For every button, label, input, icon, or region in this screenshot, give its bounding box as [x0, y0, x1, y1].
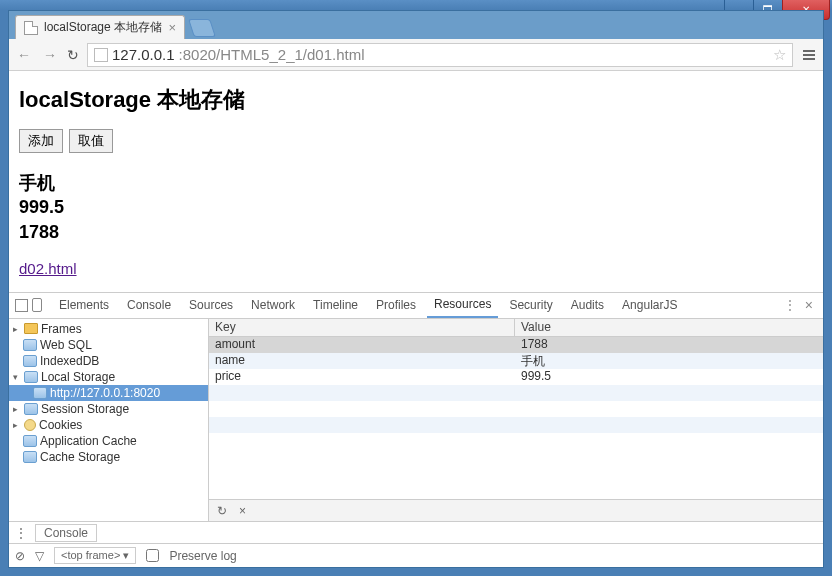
url-path: :8020/HTML5_2_1/d01.html — [179, 46, 365, 63]
preserve-log-label: Preserve log — [169, 549, 236, 563]
sidebar-item-indexeddb[interactable]: IndexedDB — [9, 353, 208, 369]
resources-sidebar: ▸Frames Web SQL IndexedDB ▾Local Storage… — [9, 319, 209, 521]
new-tab-button[interactable] — [188, 19, 216, 37]
kv-value: 手机 — [515, 353, 551, 369]
db-icon — [23, 451, 37, 463]
output-line: 手机 — [19, 171, 813, 195]
kv-table-header: Key Value — [209, 319, 823, 337]
sidebar-label: http://127.0.0.1:8020 — [50, 386, 160, 400]
kv-row[interactable] — [209, 433, 823, 449]
db-icon — [23, 339, 37, 351]
kv-row[interactable] — [209, 417, 823, 433]
tab-audits[interactable]: Audits — [564, 292, 611, 318]
tab-angularjs[interactable]: AngularJS — [615, 292, 684, 318]
kv-value: 1788 — [515, 337, 554, 353]
page-link[interactable]: d02.html — [19, 260, 77, 277]
kv-row[interactable]: amount1788 — [209, 337, 823, 353]
page-heading: localStorage 本地存储 — [19, 85, 813, 115]
delete-icon[interactable]: × — [239, 504, 246, 518]
resources-main: Key Value amount1788 name手机 price999.5 ↻… — [209, 319, 823, 521]
window-titlebar — [0, 0, 832, 10]
kv-row[interactable] — [209, 385, 823, 401]
devtools-tabs: Elements Console Sources Network Timelin… — [9, 293, 823, 319]
tab-elements[interactable]: Elements — [52, 292, 116, 318]
back-button[interactable]: ← — [15, 47, 33, 63]
tab-title: localStorage 本地存储 — [44, 19, 162, 36]
sidebar-item-appcache[interactable]: Application Cache — [9, 433, 208, 449]
tab-close-icon[interactable]: × — [168, 20, 176, 35]
kv-table-body: amount1788 name手机 price999.5 — [209, 337, 823, 499]
browser-window: localStorage 本地存储 × ← → ↻ 127.0.0.1:8020… — [8, 10, 824, 568]
sidebar-label: Application Cache — [40, 434, 137, 448]
bookmark-star-icon[interactable]: ☆ — [773, 46, 786, 64]
tab-resources[interactable]: Resources — [427, 292, 498, 318]
clear-console-icon[interactable]: ⊘ — [15, 549, 25, 563]
db-icon — [33, 387, 47, 399]
output-line: 1788 — [19, 220, 813, 244]
db-icon — [23, 435, 37, 447]
console-toolbar: ⊘ ▽ <top frame> ▾ Preserve log — [9, 543, 823, 567]
page-output: 手机 999.5 1788 — [19, 171, 813, 244]
globe-icon — [94, 48, 108, 62]
tab-profiles[interactable]: Profiles — [369, 292, 423, 318]
sidebar-label: Local Storage — [41, 370, 115, 384]
preserve-log-checkbox[interactable] — [146, 549, 159, 562]
url-host: 127.0.0.1 — [112, 46, 175, 63]
kv-header-value[interactable]: Value — [515, 319, 557, 336]
reload-button[interactable]: ↻ — [67, 47, 79, 63]
devtools-menu-icon[interactable]: ⋮ — [784, 298, 797, 312]
kv-row[interactable]: name手机 — [209, 353, 823, 369]
cookie-icon — [24, 419, 36, 431]
db-icon — [24, 403, 38, 415]
tab-timeline[interactable]: Timeline — [306, 292, 365, 318]
sidebar-item-frames[interactable]: ▸Frames — [9, 321, 208, 337]
address-bar: ← → ↻ 127.0.0.1:8020/HTML5_2_1/d01.html … — [9, 39, 823, 71]
kv-key: name — [209, 353, 515, 369]
console-drawer-tab[interactable]: Console — [35, 524, 97, 542]
db-icon — [24, 371, 38, 383]
inspect-icon[interactable] — [15, 299, 28, 312]
folder-icon — [24, 323, 38, 334]
device-icon[interactable] — [32, 298, 42, 312]
tab-security[interactable]: Security — [502, 292, 559, 318]
sidebar-item-localstorage[interactable]: ▾Local Storage — [9, 369, 208, 385]
get-button[interactable]: 取值 — [69, 129, 113, 153]
kv-key: price — [209, 369, 515, 385]
tab-strip: localStorage 本地存储 × — [9, 11, 823, 39]
sidebar-item-cookies[interactable]: ▸Cookies — [9, 417, 208, 433]
page-content: localStorage 本地存储 添加 取值 手机 999.5 1788 d0… — [9, 71, 823, 292]
kv-value: 999.5 — [515, 369, 557, 385]
kv-row[interactable] — [209, 401, 823, 417]
sidebar-label: Frames — [41, 322, 82, 336]
devtools-close-icon[interactable]: × — [801, 297, 817, 313]
tab-network[interactable]: Network — [244, 292, 302, 318]
devtools-panel: Elements Console Sources Network Timelin… — [9, 292, 823, 567]
console-drawer-dots[interactable]: ⋮ — [15, 526, 27, 540]
sidebar-label: Cookies — [39, 418, 82, 432]
tab-console[interactable]: Console — [120, 292, 178, 318]
console-drawer-tabs: ⋮ Console — [9, 521, 823, 543]
sidebar-item-ls-origin[interactable]: http://127.0.0.1:8020 — [9, 385, 208, 401]
kv-header-key[interactable]: Key — [209, 319, 515, 336]
sidebar-item-sessionstorage[interactable]: ▸Session Storage — [9, 401, 208, 417]
forward-button[interactable]: → — [41, 47, 59, 63]
sidebar-label: Session Storage — [41, 402, 129, 416]
hamburger-menu-icon[interactable] — [801, 50, 817, 60]
sidebar-item-websql[interactable]: Web SQL — [9, 337, 208, 353]
url-input[interactable]: 127.0.0.1:8020/HTML5_2_1/d01.html ☆ — [87, 43, 793, 67]
tab-sources[interactable]: Sources — [182, 292, 240, 318]
sidebar-item-cachestorage[interactable]: Cache Storage — [9, 449, 208, 465]
devtools-body: ▸Frames Web SQL IndexedDB ▾Local Storage… — [9, 319, 823, 521]
kv-row[interactable]: price999.5 — [209, 369, 823, 385]
browser-tab[interactable]: localStorage 本地存储 × — [15, 15, 185, 39]
sidebar-label: Web SQL — [40, 338, 92, 352]
sidebar-label: Cache Storage — [40, 450, 120, 464]
add-button[interactable]: 添加 — [19, 129, 63, 153]
output-line: 999.5 — [19, 195, 813, 219]
filter-icon[interactable]: ▽ — [35, 549, 44, 563]
db-icon — [23, 355, 37, 367]
sidebar-label: IndexedDB — [40, 354, 99, 368]
page-icon — [24, 21, 38, 35]
frame-selector[interactable]: <top frame> ▾ — [54, 547, 136, 564]
refresh-icon[interactable]: ↻ — [217, 504, 227, 518]
